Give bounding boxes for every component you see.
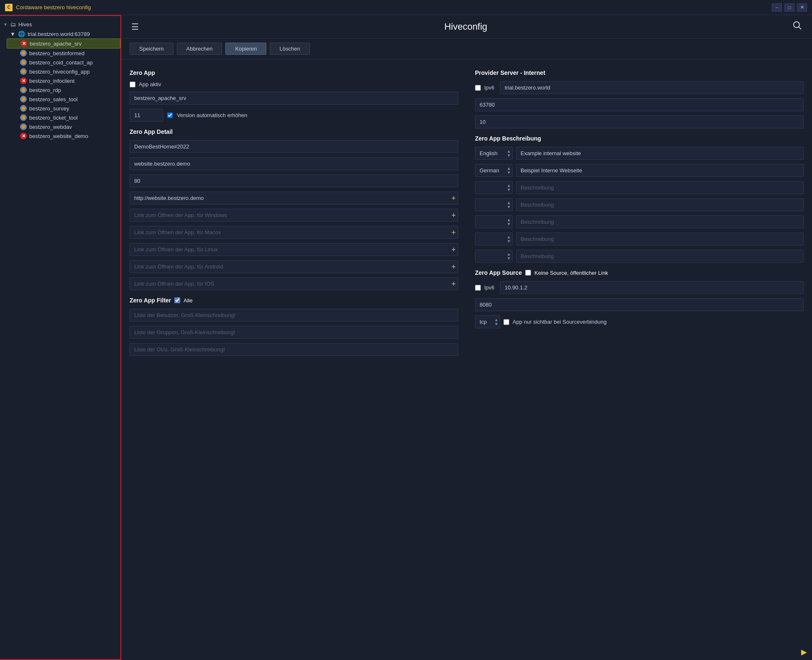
source-ip-input[interactable]	[500, 281, 804, 294]
sidebar-item-bestzero-hiveconfig[interactable]: bestzero_hiveconfig_app	[7, 67, 120, 76]
lang-select-wrap-5: English German ▲▼	[475, 233, 513, 246]
page-title: Hiveconfig	[140, 21, 791, 32]
right-column: Provider Server - Internet Ipv6 Zero App…	[475, 66, 804, 360]
add-macos-button[interactable]: +	[451, 229, 456, 236]
detail-field2	[130, 157, 458, 170]
benutzer-field	[130, 309, 458, 322]
sidebar-item-bestzero-rdp[interactable]: bestzero_rdp	[7, 85, 120, 95]
source-ipv6-row: Ipv6	[475, 281, 804, 294]
lang-select-5[interactable]: English German	[475, 233, 513, 246]
sidebar-item-bestzero-apache-srv[interactable]: ✕ bestzero_apache_srv	[7, 38, 120, 49]
sidebar-root[interactable]: ▼ 🗂 Hives	[0, 19, 120, 29]
add-windows-button[interactable]: +	[451, 212, 456, 219]
delete-button[interactable]: Löschen	[270, 43, 309, 55]
ous-input[interactable]	[130, 343, 458, 356]
source-port-input[interactable]	[475, 298, 804, 311]
desc-input-3[interactable]	[516, 198, 804, 211]
source-ipv6-label: Ipv6	[484, 284, 497, 291]
alle-label: Alle	[184, 297, 193, 304]
sidebar-server-header[interactable]: ▼ 🌐 trial.bestzero.world:63789	[7, 29, 120, 38]
ous-field	[130, 343, 458, 356]
sidebar-item-bestzero-website-demo[interactable]: ✕ bestzero_website_demo	[7, 131, 120, 141]
provider-server-input[interactable]	[500, 81, 804, 94]
save-button[interactable]: Speichern	[130, 43, 174, 55]
detail-input-3[interactable]	[130, 174, 458, 187]
add-android-button[interactable]: +	[451, 263, 456, 271]
provider-port-field	[475, 98, 804, 111]
version-input[interactable]	[130, 109, 163, 122]
sidebar-item-label: bestzero_survey	[29, 105, 69, 112]
lang-select-wrap-4: English German ▲▼	[475, 215, 513, 228]
version-auto-checkbox[interactable]	[167, 113, 173, 118]
desc-input-5[interactable]	[516, 233, 804, 246]
sidebar-item-bestzero-infoclient[interactable]: ✕ bestzero_infoclient	[7, 76, 120, 85]
sidebar-resize-handle[interactable]: ⋮	[120, 334, 121, 342]
add-ios-button[interactable]: +	[451, 280, 456, 288]
lang-select-4[interactable]: English German	[475, 215, 513, 228]
copy-button[interactable]: Kopieren	[225, 43, 266, 55]
minimize-button[interactable]: −	[772, 3, 782, 12]
lang-select-wrap-2: English German ▲▼	[475, 181, 513, 194]
sidebar-item-bestzero-sales[interactable]: bestzero_sales_tool	[7, 95, 120, 104]
lang-select-2[interactable]: English German	[475, 181, 513, 194]
cancel-button[interactable]: Abbrechen	[177, 43, 222, 55]
lang-select-3[interactable]: English German	[475, 198, 513, 211]
desc-input-4[interactable]	[516, 215, 804, 228]
detail-input-5[interactable]	[130, 209, 458, 222]
lang-select-0[interactable]: English German French	[475, 147, 513, 160]
add-url-button[interactable]: +	[451, 194, 456, 202]
keine-source-checkbox[interactable]	[525, 270, 531, 276]
detail-input-9[interactable]	[130, 277, 458, 290]
sidebar-item-bestzero-ticket[interactable]: bestzero_ticket_tool	[7, 113, 120, 122]
lang-select-6[interactable]: English German	[475, 250, 513, 263]
sidebar-item-bestzero-webdav[interactable]: bestzero_webdav	[7, 122, 120, 131]
add-linux-button[interactable]: +	[451, 246, 456, 253]
app-icon: C	[5, 4, 13, 11]
detail-input-2[interactable]	[130, 157, 458, 170]
sichtbar-checkbox[interactable]	[503, 319, 509, 325]
app-aktiv-checkbox[interactable]	[130, 82, 135, 87]
globe-icon	[20, 105, 27, 112]
source-ipv6-checkbox[interactable]	[475, 285, 481, 291]
sidebar-item-label: bestzero_coid_contact_ap	[29, 59, 93, 66]
window-controls[interactable]: − □ ✕	[772, 3, 807, 12]
search-button[interactable]	[791, 19, 804, 34]
sidebar-server-group: ▼ 🌐 trial.bestzero.world:63789 ✕ bestzer…	[0, 29, 120, 141]
maximize-button[interactable]: □	[784, 3, 794, 12]
detail-input-4[interactable]	[130, 192, 458, 205]
lang-select-1[interactable]: German English French	[475, 164, 513, 177]
provider-ipv6-checkbox[interactable]	[475, 85, 481, 91]
close-button[interactable]: ✕	[797, 3, 807, 12]
version-row: Version automatisch erhöhen	[130, 109, 458, 122]
sidebar-item-bestzero-coid[interactable]: bestzero_coid_contact_ap	[7, 58, 120, 67]
detail-input-1[interactable]	[130, 140, 458, 153]
hamburger-button[interactable]: ☰	[130, 20, 140, 33]
source-section: Zero App Source Keine Source, öffentlich…	[475, 269, 804, 276]
benutzer-input[interactable]	[130, 309, 458, 322]
globe-icon	[20, 123, 27, 130]
detail-input-8[interactable]	[130, 260, 458, 273]
provider-port-input[interactable]	[475, 98, 804, 111]
provider-weight-input[interactable]	[475, 115, 804, 128]
sidebar-item-label: bestzero_hiveconfig_app	[29, 69, 90, 75]
globe-icon	[20, 87, 27, 93]
gruppen-input[interactable]	[130, 326, 458, 339]
hives-icon: 🗂	[10, 21, 16, 28]
desc-input-0[interactable]	[516, 147, 804, 160]
title-bar: C Cordaware bestzero hiveconfig − □ ✕	[0, 0, 812, 15]
detail-input-7[interactable]	[130, 243, 458, 256]
desc-input-6[interactable]	[516, 250, 804, 263]
detail-field9: +	[130, 277, 458, 290]
desc-input-1[interactable]	[516, 164, 804, 177]
protocol-select[interactable]: tcp udp	[475, 315, 500, 328]
app-name-input[interactable]	[130, 92, 458, 105]
desc-input-2[interactable]	[516, 181, 804, 194]
sidebar-item-bestzero-bestinformed[interactable]: bestzero_bestinformed	[7, 49, 120, 58]
sichtbar-label: App nur sichtbar bei Sourceverbindung	[513, 319, 607, 325]
beschreibung-row-5: English German ▲▼	[475, 233, 804, 246]
sidebar-item-bestzero-survey[interactable]: bestzero_survey	[7, 104, 120, 113]
alle-checkbox[interactable]	[174, 297, 180, 303]
detail-input-6[interactable]	[130, 226, 458, 239]
sidebar-server-label: trial.bestzero.world:63789	[28, 31, 90, 37]
detail-field6: +	[130, 226, 458, 239]
